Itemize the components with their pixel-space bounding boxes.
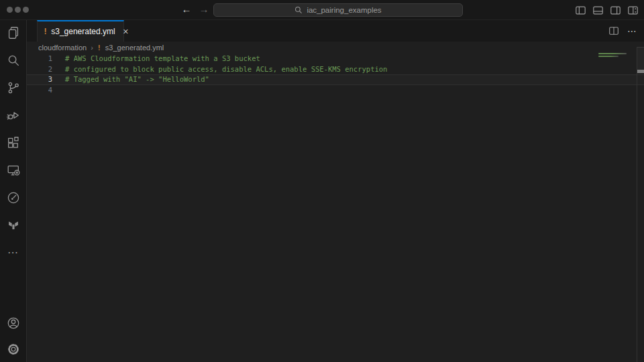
extensions-icon[interactable]	[6, 135, 21, 150]
explorer-icon[interactable]	[6, 25, 21, 40]
window-close-button[interactable]	[7, 7, 13, 13]
minimap[interactable]	[598, 56, 619, 58]
accounts-icon[interactable]	[6, 316, 21, 330]
code-line[interactable]: 4	[27, 85, 644, 96]
breadcrumb-folder[interactable]: cloudformation	[38, 44, 87, 52]
editor-more-actions-icon[interactable]: ⋯	[627, 28, 637, 34]
code-line-active[interactable]: 3 # Tagged with "AI" -> "HelloWorld"	[27, 74, 644, 85]
more-actions-icon[interactable]: ⋯	[6, 245, 21, 260]
breadcrumb: cloudformation › ! s3_generated.yml	[27, 42, 644, 54]
nav-back-button[interactable]: ←	[180, 3, 193, 16]
code-line[interactable]: 2 # configured to block public access, d…	[27, 64, 644, 75]
tab-bar: ! s3_generated.yml ✕ ⋯	[27, 20, 644, 42]
line-number: 2	[27, 64, 52, 75]
code-text: # configured to block public access, dis…	[65, 64, 387, 75]
search-icon	[294, 6, 303, 14]
window-zoom-button[interactable]	[23, 7, 29, 13]
yml-file-icon: !	[43, 27, 48, 36]
breadcrumb-file[interactable]: s3_generated.yml	[105, 44, 164, 52]
search-icon[interactable]	[6, 53, 21, 68]
terraform-icon[interactable]	[6, 218, 21, 233]
toggle-panel-icon[interactable]	[592, 5, 604, 16]
toggle-primary-sidebar-icon[interactable]	[575, 5, 586, 16]
settings-gear-icon[interactable]	[6, 342, 21, 357]
yml-file-icon: !	[97, 44, 101, 52]
overview-ruler-cursor-marker	[637, 70, 644, 73]
minimap[interactable]	[598, 53, 627, 55]
split-editor-icon[interactable]	[608, 25, 619, 36]
tab-label: s3_generated.yml	[51, 27, 115, 36]
chevron-right-icon: ›	[91, 44, 93, 52]
code-text: # AWS Cloudformation template with a S3 …	[65, 54, 260, 64]
source-control-icon[interactable]	[6, 80, 21, 95]
overview-ruler-border	[637, 47, 637, 362]
remote-explorer-icon[interactable]	[6, 163, 21, 178]
code-text: # Tagged with "AI" -> "HelloWorld"	[65, 74, 209, 85]
line-number: 1	[27, 54, 52, 64]
toggle-secondary-sidebar-icon[interactable]	[610, 5, 621, 16]
activity-bar: ⋯	[0, 20, 27, 362]
tab-close-icon[interactable]: ✕	[123, 27, 129, 36]
tab-s3-generated-yml[interactable]: ! s3_generated.yml ✕	[37, 20, 124, 42]
command-center-label: iac_pairing_examples	[307, 6, 381, 14]
line-number: 3	[27, 74, 52, 85]
customize-layout-icon[interactable]	[627, 5, 639, 16]
code-editor[interactable]: 1 # AWS Cloudformation template with a S…	[27, 54, 644, 362]
command-center-search[interactable]: iac_pairing_examples	[213, 3, 463, 17]
window-minimize-button[interactable]	[15, 7, 21, 13]
gitlens-icon[interactable]	[6, 190, 21, 205]
scrollbar-slider[interactable]	[637, 47, 644, 70]
code-line[interactable]: 1 # AWS Cloudformation template with a S…	[27, 54, 644, 64]
run-and-debug-icon[interactable]	[6, 108, 21, 123]
title-bar: ← → iac_pairing_examples	[0, 0, 644, 20]
nav-forward-button[interactable]: →	[197, 3, 211, 16]
line-number: 4	[27, 85, 52, 96]
vscode-window: ← → iac_pairing_examples	[0, 0, 644, 362]
